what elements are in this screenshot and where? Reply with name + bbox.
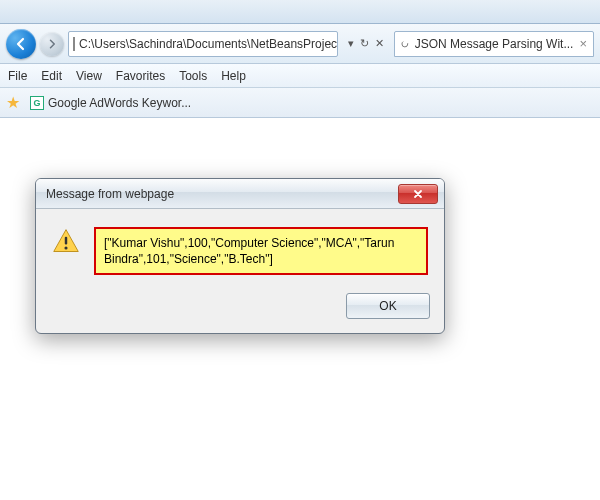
forward-button[interactable] (40, 32, 64, 56)
nav-controls: ▾ ↻ ✕ (342, 37, 390, 50)
menu-edit[interactable]: Edit (41, 69, 62, 83)
svg-point-2 (64, 246, 67, 249)
close-icon (412, 188, 424, 200)
browser-tab[interactable]: JSON Message Parsing Wit... × (394, 31, 594, 57)
stop-button[interactable]: ✕ (375, 37, 384, 50)
tab-title: JSON Message Parsing Wit... (415, 37, 574, 51)
window-titlebar (0, 0, 600, 24)
history-dropdown[interactable]: ▾ (348, 37, 354, 50)
arrow-right-icon (46, 38, 58, 50)
dialog-title: Message from webpage (46, 187, 174, 201)
menu-view[interactable]: View (76, 69, 102, 83)
refresh-button[interactable]: ↻ (360, 37, 369, 50)
ok-button[interactable]: OK (346, 293, 430, 319)
alert-dialog: Message from webpage ["Kumar Vishu",100,… (35, 178, 445, 334)
svg-point-0 (402, 41, 408, 47)
address-url: C:\Users\Sachindra\Documents\NetBeansPro… (79, 37, 338, 51)
menu-favorites[interactable]: Favorites (116, 69, 165, 83)
page-content: Message from webpage ["Kumar Vishu",100,… (0, 118, 600, 500)
bookmark-item[interactable]: G Google AdWords Keywor... (26, 94, 195, 112)
tab-close-button[interactable]: × (579, 36, 587, 51)
address-bar[interactable]: C:\Users\Sachindra\Documents\NetBeansPro… (68, 31, 338, 57)
bookmarks-bar: ★ G Google AdWords Keywor... (0, 88, 600, 118)
svg-rect-1 (65, 237, 67, 245)
page-file-icon (73, 37, 75, 51)
menu-help[interactable]: Help (221, 69, 246, 83)
dialog-footer: OK (36, 285, 444, 333)
bookmark-favicon: G (30, 96, 44, 110)
back-button[interactable] (6, 29, 36, 59)
dialog-close-button[interactable] (398, 184, 438, 204)
browser-navbar: C:\Users\Sachindra\Documents\NetBeansPro… (0, 24, 600, 64)
warning-icon (52, 227, 80, 255)
arrow-left-icon (13, 36, 29, 52)
favorites-star-icon[interactable]: ★ (6, 93, 20, 112)
dialog-message: ["Kumar Vishu",100,"Computer Science","M… (94, 227, 428, 275)
menu-bar: File Edit View Favorites Tools Help (0, 64, 600, 88)
bookmark-label: Google AdWords Keywor... (48, 96, 191, 110)
dialog-body: ["Kumar Vishu",100,"Computer Science","M… (36, 209, 444, 285)
menu-file[interactable]: File (8, 69, 27, 83)
loading-icon (401, 38, 409, 50)
dialog-titlebar: Message from webpage (36, 179, 444, 209)
menu-tools[interactable]: Tools (179, 69, 207, 83)
